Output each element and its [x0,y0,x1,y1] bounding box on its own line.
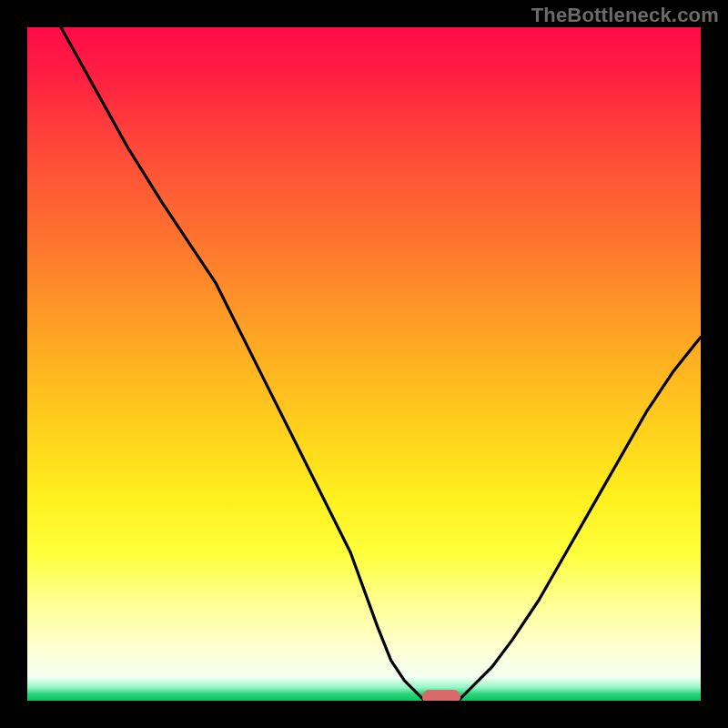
bottleneck-curve [27,27,701,701]
watermark-text: TheBottleneck.com [531,4,719,27]
chart-frame: TheBottleneck.com [0,0,728,728]
optimal-point-marker [422,690,460,701]
curve-path [61,27,701,701]
plot-area [27,27,701,701]
